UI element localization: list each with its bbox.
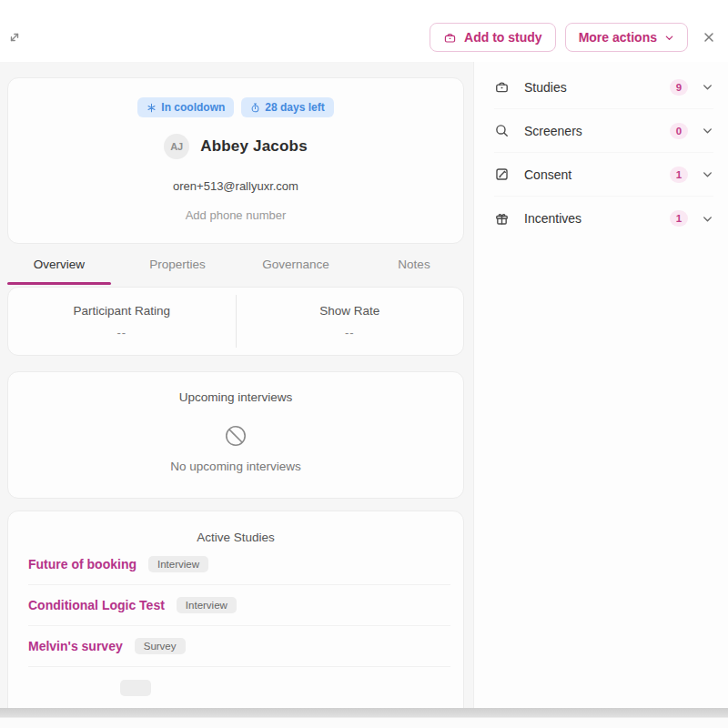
upcoming-interviews-card: Upcoming interviews No upcoming intervie…: [7, 371, 464, 499]
basket-icon: [443, 31, 457, 45]
tab-properties[interactable]: Properties: [118, 244, 237, 285]
cooldown-badge: In cooldown: [137, 97, 234, 117]
study-type-badge: [120, 680, 151, 696]
header-actions: Add to study More actions: [430, 23, 715, 52]
window-bottom-edge: [0, 717, 728, 728]
add-to-study-label: Add to study: [464, 30, 542, 45]
add-to-study-button[interactable]: Add to study: [430, 23, 556, 52]
tab-bar: Overview Properties Governance Notes: [0, 244, 473, 285]
study-type-badge: Interview: [177, 597, 237, 613]
sidebar-label-screeners: Screeners: [524, 124, 670, 138]
stats-card: Participant Rating -- Show Rate --: [7, 287, 464, 356]
participant-overview-panel: In cooldown 28 days left AJ Abbey Jacobs: [0, 62, 473, 708]
document-pen-icon: [494, 167, 510, 182]
sidebar-item-incentives[interactable]: Incentives 1: [494, 197, 713, 240]
days-left-badge: 28 days left: [241, 97, 333, 117]
expand-icon[interactable]: [7, 30, 22, 45]
header-bar: Add to study More actions: [0, 0, 728, 62]
participant-name: Abbey Jacobs: [200, 137, 308, 156]
consent-count-badge: 1: [670, 167, 688, 183]
study-link-conditional-logic-test[interactable]: Conditional Logic Test: [28, 598, 165, 612]
participant-rating-stat: Participant Rating --: [8, 288, 236, 355]
more-actions-label: More actions: [579, 30, 657, 45]
avatar: AJ: [164, 134, 189, 159]
show-rate-stat: Show Rate --: [237, 288, 464, 355]
no-entry-icon: [224, 424, 248, 448]
study-type-badge: Survey: [135, 638, 186, 654]
active-studies-title: Active Studies: [8, 531, 463, 544]
participant-email: oren+513@rallyuxr.com: [173, 179, 298, 193]
show-rate-value: --: [345, 326, 355, 339]
timer-icon: [250, 103, 260, 113]
more-actions-button[interactable]: More actions: [565, 23, 688, 52]
incentives-count-badge: 1: [670, 210, 688, 227]
study-type-badge: Interview: [148, 556, 208, 572]
study-row: Conditional Logic Test Interview: [28, 585, 450, 626]
chevron-down-icon[interactable]: [702, 81, 713, 93]
show-rate-label: Show Rate: [319, 304, 379, 318]
basket-icon: [494, 79, 510, 95]
study-row: Melvin's survey Survey: [28, 626, 450, 667]
study-row: Future of booking Interview: [28, 544, 450, 585]
study-link-future-of-booking[interactable]: Future of booking: [28, 557, 136, 571]
sidebar-item-studies[interactable]: Studies 9: [494, 66, 713, 109]
chevron-down-icon: [664, 33, 674, 43]
days-left-badge-label: 28 days left: [265, 101, 324, 114]
sidebar-label-studies: Studies: [524, 80, 670, 95]
no-upcoming-interviews-text: No upcoming interviews: [170, 460, 300, 473]
active-studies-card: Active Studies Future of booking Intervi…: [7, 511, 464, 708]
studies-count-badge: 9: [670, 79, 688, 96]
profile-card: In cooldown 28 days left AJ Abbey Jacobs: [7, 77, 464, 244]
chevron-down-icon[interactable]: [702, 125, 713, 136]
close-icon[interactable]: [703, 31, 715, 44]
tab-overview[interactable]: Overview: [0, 244, 118, 285]
related-records-sidebar: Studies 9 Screeners 0: [473, 62, 728, 708]
participant-rating-label: Participant Rating: [73, 304, 170, 318]
snowflake-icon: [147, 103, 157, 113]
tab-governance[interactable]: Governance: [237, 244, 355, 285]
search-icon: [494, 123, 510, 138]
participant-rating-value: --: [116, 326, 126, 339]
study-row: [108, 667, 450, 708]
sidebar-label-consent: Consent: [524, 167, 670, 182]
upcoming-interviews-title: Upcoming interviews: [179, 390, 293, 404]
gift-icon: [494, 211, 510, 227]
sidebar-label-incentives: Incentives: [524, 211, 670, 226]
sidebar-item-consent[interactable]: Consent 1: [494, 153, 713, 197]
cooldown-badge-label: In cooldown: [161, 101, 225, 114]
window-bottom-bar: [0, 708, 728, 717]
chevron-down-icon[interactable]: [702, 213, 713, 225]
study-link-melvins-survey[interactable]: Melvin's survey: [28, 639, 123, 653]
participant-detail-panel: Add to study More actions: [0, 0, 728, 728]
chevron-down-icon[interactable]: [702, 168, 713, 180]
add-phone-number-link[interactable]: Add phone number: [186, 208, 287, 222]
tab-notes[interactable]: Notes: [355, 244, 473, 285]
sidebar-item-screeners[interactable]: Screeners 0: [494, 109, 713, 153]
screeners-count-badge: 0: [670, 123, 688, 139]
